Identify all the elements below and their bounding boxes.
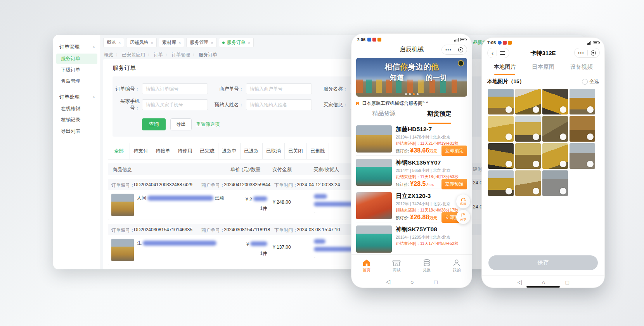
status-tab-done[interactable]: 已完成 <box>196 143 218 160</box>
photo-thumbnail[interactable] <box>488 89 514 114</box>
photo-checkbox[interactable] <box>560 106 566 113</box>
close-icon[interactable]: × <box>178 40 181 45</box>
order-no-input[interactable]: 请输入订单编号 <box>142 83 208 94</box>
tab-device-videos[interactable]: 设备视频 <box>562 62 601 74</box>
photo-checkbox[interactable] <box>506 161 512 167</box>
save-button[interactable]: 保存 <box>488 255 598 270</box>
close-icon[interactable]: × <box>118 40 121 45</box>
tab-shop-style[interactable]: 店铺风格× <box>126 38 156 47</box>
tab-overview[interactable]: 概览× <box>103 38 124 47</box>
photo-thumbnail[interactable] <box>570 89 595 114</box>
sidebar-group-order-management[interactable]: 订单管理 ∧ <box>53 40 100 53</box>
photo-thumbnail[interactable] <box>570 143 595 169</box>
more-icon[interactable]: ••• <box>445 47 452 52</box>
tab-mine[interactable]: 我的 <box>442 255 472 277</box>
breadcrumb-item[interactable]: 订单管理 <box>171 52 190 58</box>
tab-service-orders[interactable]: 服务订单× <box>219 38 254 47</box>
tab-japan-originals[interactable]: 日本原图 <box>524 62 563 74</box>
export-button[interactable]: 导出 <box>170 118 192 130</box>
photo-checkbox[interactable] <box>587 161 594 167</box>
photo-thumbnail[interactable] <box>515 170 541 196</box>
hero-banner[interactable]: 相信你身边的他 知道 的一切 <box>356 58 467 97</box>
close-icon[interactable]: × <box>151 40 153 45</box>
photo-thumbnail[interactable] <box>515 89 541 114</box>
tab-service-mgmt[interactable]: 服务管理× <box>186 38 216 47</box>
photo-checkbox[interactable] <box>560 134 566 140</box>
booker-name-input[interactable]: 请输入预约人姓名 <box>246 99 312 110</box>
sidebar-group-order-processing[interactable]: 订单处理 ∧ <box>53 90 100 103</box>
close-target-icon[interactable] <box>458 47 463 52</box>
photo-thumbnail[interactable] <box>488 116 514 142</box>
breadcrumb-item[interactable]: 已安装应用 <box>122 52 145 58</box>
nav-back-icon[interactable]: ◁ <box>517 279 522 286</box>
machine-card[interactable]: 加藤HD512-7 2019年 | 1478小时 | 北京-北京 距结束还剩：1… <box>356 122 467 156</box>
customer-service-button[interactable]: 客服 <box>456 194 470 208</box>
status-tab-deleted[interactable]: 已删除 <box>307 143 329 160</box>
photo-checkbox[interactable] <box>587 106 594 113</box>
status-tab-refunding[interactable]: 退款中 <box>218 143 241 160</box>
sidebar-item-service-orders[interactable]: 服务订单 <box>56 54 97 64</box>
photo-thumbnail[interactable] <box>570 116 595 142</box>
photo-checkbox[interactable] <box>533 106 539 113</box>
photo-thumbnail[interactable] <box>515 116 541 142</box>
breadcrumb-item[interactable]: 概览 <box>104 52 113 58</box>
wechat-capsule[interactable]: ••• <box>574 48 600 58</box>
photo-thumbnail[interactable] <box>542 116 568 142</box>
close-icon[interactable]: × <box>211 40 213 45</box>
sidebar-item-verify-records[interactable]: 核销记录 <box>56 115 97 125</box>
notice-bar[interactable]: 日本原装工程机械综合服务商^ ^ <box>356 98 467 108</box>
photo-checkbox[interactable] <box>506 134 512 140</box>
more-icon[interactable]: ••• <box>578 50 584 55</box>
breadcrumb-item[interactable]: 订单 <box>154 52 163 58</box>
photo-thumbnail[interactable] <box>542 143 568 169</box>
sidebar-item-export-list[interactable]: 导出列表 <box>56 126 97 137</box>
status-tab-canceled[interactable]: 已取消 <box>263 143 285 160</box>
search-button[interactable]: 查询 <box>142 118 166 130</box>
photo-thumbnail[interactable] <box>488 170 514 196</box>
close-icon[interactable]: × <box>248 40 250 45</box>
select-all-control[interactable]: 全选 <box>582 78 599 85</box>
status-tab-unpaid[interactable]: 待支付 <box>130 143 152 160</box>
book-now-button[interactable]: 立即预定 <box>441 179 467 189</box>
photo-checkbox[interactable] <box>560 188 566 194</box>
status-tab-all[interactable]: 全部 <box>108 143 130 160</box>
nav-home-icon[interactable]: ○ <box>542 279 545 286</box>
nav-recents-icon[interactable]: □ <box>434 279 438 285</box>
buyer-phone-input[interactable]: 请输入买家手机号 <box>142 99 208 110</box>
photo-thumbnail[interactable] <box>488 143 514 169</box>
tab-home[interactable]: 首页 <box>351 255 382 277</box>
photo-thumbnail[interactable] <box>542 89 568 114</box>
photo-thumbnail[interactable] <box>542 170 568 196</box>
tab-featured-goods[interactable]: 精品货源 <box>356 110 412 121</box>
machine-card[interactable]: 日立ZX120-3 2012年 | 7424小时 | 北京-北京 距结束还剩：1… <box>356 189 467 222</box>
tab-mall[interactable]: 商城 <box>382 255 412 277</box>
wechat-capsule[interactable]: ••• <box>441 45 467 55</box>
photo-checkbox[interactable] <box>533 161 539 167</box>
photo-checkbox[interactable] <box>506 106 512 113</box>
photo-checkbox[interactable] <box>506 188 512 194</box>
tab-futures-booking[interactable]: 期货预定 <box>412 110 467 121</box>
status-tab-refunded[interactable]: 已退款 <box>241 143 263 160</box>
photo-checkbox[interactable] <box>560 161 566 167</box>
merchant-no-input[interactable]: 请输入商户单号 <box>246 83 312 94</box>
status-tab-pending[interactable]: 待接单 <box>152 143 174 160</box>
reset-filters-link[interactable]: 重置筛选项 <box>196 121 220 128</box>
sidebar-item-online-verify[interactable]: 在线核销 <box>56 104 97 114</box>
photo-checkbox[interactable] <box>587 134 594 140</box>
nav-recents-icon[interactable]: □ <box>566 279 569 286</box>
book-now-button[interactable]: 立即预定 <box>441 146 467 156</box>
sidebar-item-sub-orders[interactable]: 下级订单 <box>56 65 97 75</box>
tab-local-photos[interactable]: 本地图片 <box>486 62 524 74</box>
machine-card[interactable]: 神钢SK75YT08 2016年 | 2205小时 | 北京-北京 距结束还剩：… <box>356 222 467 256</box>
nav-home-icon[interactable]: ○ <box>410 279 414 285</box>
nav-back-icon[interactable]: ◁ <box>386 278 390 285</box>
carousel-dots[interactable] <box>356 93 467 95</box>
photo-thumbnail[interactable] <box>515 143 541 169</box>
sidebar-item-aftersale[interactable]: 售后管理 <box>56 76 97 87</box>
photo-checkbox[interactable] <box>533 188 539 194</box>
status-tab-closed[interactable]: 已关闭 <box>285 143 307 160</box>
tab-redeem[interactable]: 兑换 <box>412 255 442 277</box>
status-tab-to-use[interactable]: 待使用 <box>174 143 196 160</box>
close-target-icon[interactable] <box>591 50 596 55</box>
machine-card[interactable]: 神钢SK135YY07 2014年 | 5659小时 | 北京-北京 距结束还剩… <box>356 156 467 189</box>
